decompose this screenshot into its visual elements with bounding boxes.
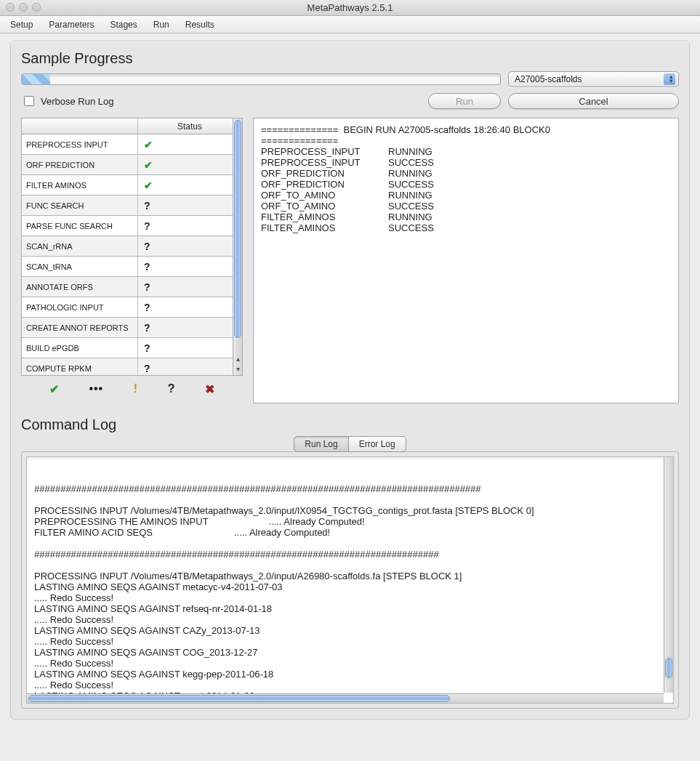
question-icon: ? [144, 200, 150, 212]
status-row-name: SCAN_tRNA [22, 257, 138, 276]
section-sample-progress: Sample Progress [21, 50, 679, 67]
table-row[interactable]: FILTER AMINOS✔ [22, 175, 233, 196]
progress-bar [21, 73, 501, 85]
verbose-checkbox[interactable]: Verbose Run Log [21, 94, 113, 108]
table-row[interactable]: PREPROCESS INPUT✔ [22, 134, 233, 155]
log-line: ORF_PREDICTIONRUNNING [261, 168, 671, 179]
status-row-name: PARSE FUNC SEARCH [22, 216, 138, 235]
chevron-down-icon: ▾ [669, 78, 673, 84]
sample-select[interactable]: A27005-scaffolds ▴ ▾ [508, 71, 679, 87]
scroll-down-icon[interactable]: ▾ [233, 365, 242, 375]
status-scrollbar[interactable]: ▴ ▾ [233, 118, 242, 375]
table-row[interactable]: BUILD ePGDB? [22, 338, 233, 358]
window-titlebar: MetaPathways 2.5.1 [0, 0, 700, 16]
table-row[interactable]: SCAN_rRNA? [22, 236, 233, 257]
log-line: ORF_TO_AMINOSUCCESS [261, 201, 671, 212]
status-col-name[interactable] [22, 118, 138, 134]
status-table: Status PREPROCESS INPUT✔ORF PREDICTION✔F… [21, 118, 243, 376]
status-row-name: ORF PREDICTION [22, 155, 138, 174]
question-icon: ? [144, 363, 150, 374]
scrollbar-thumb[interactable] [28, 695, 450, 702]
status-row-icon: ? [138, 297, 233, 317]
status-row-name: FILTER AMINOS [22, 175, 138, 195]
sample-select-value: A27005-scaffolds [515, 74, 582, 84]
legend-running-icon: ••• [89, 382, 103, 395]
status-row-name: SCAN_rRNA [22, 236, 138, 256]
status-row-icon: ? [138, 236, 233, 256]
log-tabs: Run Log Error Log [21, 436, 679, 452]
minimize-icon[interactable] [19, 3, 28, 12]
legend-error-icon: ✖ [205, 382, 214, 396]
menu-setup[interactable]: Setup [10, 20, 33, 30]
log-line: PREPROCESS_INPUTRUNNING [261, 146, 671, 157]
legend-unknown-icon: ? [168, 382, 175, 395]
cancel-button[interactable]: Cancel [508, 93, 679, 109]
table-row[interactable]: ORF PREDICTION✔ [22, 155, 233, 175]
status-row-icon: ? [138, 257, 233, 276]
scrollbar-thumb[interactable] [234, 120, 241, 338]
command-log-hscroll[interactable] [27, 693, 664, 703]
menubar: Setup Parameters Stages Run Results [0, 16, 700, 33]
status-row-icon: ? [138, 277, 233, 297]
status-row-name: BUILD ePGDB [22, 338, 138, 358]
table-row[interactable]: CREATE ANNOT REPORTS? [22, 318, 233, 338]
check-icon: ✔ [144, 180, 153, 191]
question-icon: ? [144, 220, 150, 232]
scrollbar-thumb[interactable] [665, 658, 672, 678]
command-log-frame: ########################################… [21, 451, 679, 709]
zoom-icon[interactable] [32, 3, 41, 12]
tab-run-log[interactable]: Run Log [294, 436, 348, 452]
status-row-icon: ✔ [138, 155, 233, 174]
status-row-name: FUNC SEARCH [22, 196, 138, 215]
log-line: FILTER_AMINOSSUCCESS [261, 222, 671, 233]
traffic-lights [6, 3, 41, 12]
table-row[interactable]: PARSE FUNC SEARCH? [22, 216, 233, 236]
status-row-icon: ? [138, 216, 233, 235]
table-row[interactable]: ANNOTATE ORFS? [22, 277, 233, 297]
log-line: ORF_PREDICTIONSUCCESS [261, 179, 671, 190]
status-row-icon: ? [138, 338, 233, 358]
status-row-name: COMPUTE RPKM [22, 358, 138, 375]
command-log-content: ########################################… [34, 483, 666, 701]
tab-error-log[interactable]: Error Log [349, 436, 406, 452]
status-row-name: PREPROCESS INPUT [22, 134, 138, 154]
command-log-vscroll[interactable] [664, 457, 673, 693]
menu-stages[interactable]: Stages [110, 20, 137, 30]
run-button[interactable]: Run [428, 93, 501, 109]
check-icon: ✔ [144, 159, 153, 171]
table-row[interactable]: PATHOLOGIC INPUT? [22, 297, 233, 318]
menu-run[interactable]: Run [153, 20, 169, 30]
close-icon[interactable] [6, 3, 15, 12]
legend-success-icon: ✔ [49, 382, 59, 396]
status-row-name: PATHOLOGIC INPUT [22, 297, 138, 317]
verbose-checkbox-label: Verbose Run Log [41, 96, 113, 107]
log-line: ============== [261, 135, 671, 146]
question-icon: ? [144, 302, 150, 313]
status-row-icon: ? [138, 318, 233, 337]
verbose-checkbox-input[interactable] [24, 96, 34, 106]
run-log-panel: ============== BEGIN RUN A27005-scaffold… [253, 118, 679, 403]
menu-results[interactable]: Results [185, 20, 214, 30]
window-title: MetaPathways 2.5.1 [307, 2, 393, 13]
status-row-icon: ? [138, 358, 233, 375]
status-row-name: ANNOTATE ORFS [22, 277, 138, 297]
status-row-name: CREATE ANNOT REPORTS [22, 318, 138, 337]
section-command-log: Command Log [21, 416, 679, 433]
scroll-up-icon[interactable]: ▴ [233, 355, 242, 365]
status-row-icon: ✔ [138, 175, 233, 195]
question-icon: ? [144, 281, 150, 293]
question-icon: ? [144, 261, 150, 273]
command-log-text[interactable]: ########################################… [26, 456, 674, 704]
table-row[interactable]: FUNC SEARCH? [22, 196, 233, 216]
log-line: PREPROCESS_INPUTSUCCESS [261, 157, 671, 168]
menu-parameters[interactable]: Parameters [49, 20, 94, 30]
table-row[interactable]: SCAN_tRNA? [22, 257, 233, 277]
question-icon: ? [144, 241, 150, 252]
log-line: ============== BEGIN RUN A27005-scaffold… [261, 124, 671, 135]
table-row[interactable]: COMPUTE RPKM? [22, 358, 233, 375]
check-icon: ✔ [144, 139, 153, 150]
status-row-icon: ? [138, 196, 233, 215]
log-line: FILTER_AMINOSRUNNING [261, 212, 671, 222]
status-legend: ✔ ••• ! ? ✖ [21, 376, 243, 398]
status-col-status[interactable]: Status [138, 118, 242, 134]
